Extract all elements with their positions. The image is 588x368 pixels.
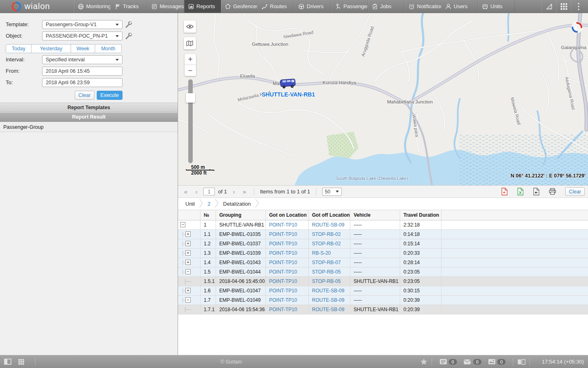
tab-geofences[interactable]: Geofences [221, 0, 258, 13]
zoom-in-button[interactable]: + [185, 54, 196, 65]
tab-units[interactable]: Units [478, 0, 515, 13]
report-result-item[interactable]: Passenger-Group [0, 122, 178, 132]
items-range-label: Items from 1 to 1 of 1 [260, 188, 310, 195]
last-page-button[interactable]: » [241, 188, 248, 195]
favorites-star-icon[interactable] [420, 358, 428, 365]
page-size-select[interactable]: 50 [322, 188, 342, 196]
num-cell: 1.5 [200, 267, 216, 276]
export-excel-icon[interactable] [517, 188, 524, 195]
breadcrumb-detalization[interactable]: Detalization [221, 201, 252, 207]
photo-counter[interactable]: 0 [488, 359, 506, 365]
print-icon[interactable] [549, 188, 556, 195]
map-area[interactable]: Gettuwa JunctionNiwdawa RoadAruggoda Roa… [178, 13, 588, 185]
page-count-label: of 1 [218, 188, 227, 195]
zoom-slider-handle[interactable] [186, 93, 195, 103]
month-button[interactable]: Month [95, 44, 122, 53]
got-off-location-cell: STOP-RB-05 [309, 267, 350, 276]
topbar-actions [541, 0, 588, 13]
num-cell: 1.5.1 [200, 277, 216, 286]
tab-routes[interactable]: Routes [258, 0, 294, 13]
to-date-input[interactable]: 2018 April 06 23:59 [42, 78, 122, 87]
toggle-panel-icon[interactable] [4, 359, 11, 365]
num-cell: 1 [200, 220, 216, 229]
divider [316, 188, 316, 195]
breadcrumb-unit[interactable]: Unit [184, 201, 196, 207]
interval-label: Interval: [6, 56, 24, 63]
status-bar: © Gurtam 000 17:54:14 (+05:30) [0, 355, 588, 368]
template-settings-wrench-icon[interactable] [125, 21, 132, 28]
expand-icon[interactable]: + [185, 241, 191, 246]
object-select[interactable]: PASSENGER-POC_PN-P1 [42, 31, 122, 40]
tracked-van-icon[interactable] [279, 77, 297, 90]
template-select[interactable]: Passengers-Group-V1 [42, 20, 122, 29]
more-menu-icon[interactable] [571, 0, 586, 13]
tab-messages[interactable]: Messages [147, 0, 184, 13]
got-off-location-cell: ROUTE-SB-09 [309, 296, 350, 305]
today-button[interactable]: Today [6, 44, 31, 53]
visibility-eye-button[interactable] [184, 20, 196, 33]
zoom-out-button[interactable]: − [185, 65, 196, 76]
notes-counter[interactable]: 0 [439, 359, 457, 365]
export-pdf-icon[interactable] [501, 188, 508, 195]
grouping-cell: EMP-BWEL-01043 [216, 258, 266, 267]
import-file-icon[interactable] [533, 188, 540, 195]
report-breadcrumb: Unit2Detalization [178, 198, 588, 210]
execute-button[interactable]: Execute [97, 91, 122, 100]
num-cell: 1.7 [200, 296, 216, 305]
tab-tracks[interactable]: Tracks [111, 0, 147, 13]
clear-button[interactable]: Clear [75, 91, 94, 100]
zoom-slider-track[interactable] [188, 79, 193, 163]
quick-interval-buttons: Today Yesterday Week Month [6, 44, 122, 53]
report-result-header[interactable]: Report Result [0, 112, 178, 122]
expand-cell [178, 277, 200, 286]
wialon-logo-icon [11, 2, 21, 11]
prev-page-button[interactable]: ‹ [193, 188, 200, 195]
page-number-input[interactable] [203, 188, 215, 195]
grouping-cell: EMP-BWEL-01049 [216, 296, 266, 305]
expand-icon[interactable]: + [185, 231, 191, 237]
report-templates-header[interactable]: Report Templates [0, 103, 178, 112]
table-row-1-7: −1.7EMP-BWEL-01049POINT-TP10ROUTE-SB-09-… [178, 296, 588, 305]
measure-tool-icon[interactable] [541, 0, 556, 13]
from-date-input[interactable]: 2018 April 06 15:45 [42, 67, 122, 76]
tab-drivers[interactable]: Drivers [294, 0, 331, 13]
next-page-button[interactable]: › [230, 188, 238, 195]
mail-counter[interactable]: 0 [463, 359, 481, 365]
apps-grid-icon[interactable] [556, 0, 571, 13]
interval-select[interactable]: Specified interval [42, 55, 122, 64]
map-source-button[interactable] [184, 37, 196, 49]
grouping-cell: EMP-BWEL-01047 [216, 286, 266, 295]
collapse-icon[interactable]: − [180, 222, 185, 227]
clock-label: 17:54:14 (+05:30) [538, 359, 584, 365]
got-on-location-cell: POINT-TP10 [266, 277, 309, 286]
vehicle-cell: ----- [350, 258, 400, 267]
table-row-1-6: +1.6EMP-BWEL-01047POINT-TP10ROUTE-SB-09-… [178, 286, 588, 296]
collapse-icon[interactable]: − [185, 269, 191, 274]
week-button[interactable]: Week [71, 44, 95, 53]
divider [513, 358, 513, 366]
object-settings-wrench-icon[interactable] [125, 32, 132, 40]
got-off-location-cell: STOP-RB-07 [309, 258, 350, 267]
vehicle-cell: ----- [350, 230, 400, 239]
tab-jobs[interactable]: Jobs [368, 0, 405, 13]
first-page-button[interactable]: « [182, 188, 189, 195]
columns-view-icon[interactable] [517, 359, 526, 365]
tab-passengers[interactable]: Passengers [331, 0, 368, 13]
table-header-row: №GroupingGot on LocationGot off Location… [178, 210, 588, 220]
tab-users[interactable]: Users [441, 0, 478, 13]
tab-reports[interactable]: Reports [184, 0, 221, 13]
expand-icon[interactable]: + [185, 250, 191, 256]
divider [35, 358, 36, 366]
expand-icon[interactable]: + [185, 260, 191, 265]
expand-icon[interactable]: + [185, 288, 191, 293]
breadcrumb-2[interactable]: 2 [206, 201, 212, 207]
yesterday-button[interactable]: Yesterday [31, 44, 71, 53]
tab-monitoring[interactable]: Monitoring [74, 0, 111, 13]
clear-report-button[interactable]: Clear [565, 187, 585, 196]
tab-notifications[interactable]: Notifications [405, 0, 441, 13]
got-on-location-cell: POINT-TP10 [266, 220, 309, 229]
table-row-1: −1SHUTTLE-VAN-RB1POINT-TP10ROUTE-SB-09--… [178, 220, 588, 230]
bottom-grid-icon[interactable] [18, 359, 24, 365]
num-cell: 1.7.1 [200, 305, 216, 314]
collapse-icon[interactable]: − [185, 297, 191, 303]
